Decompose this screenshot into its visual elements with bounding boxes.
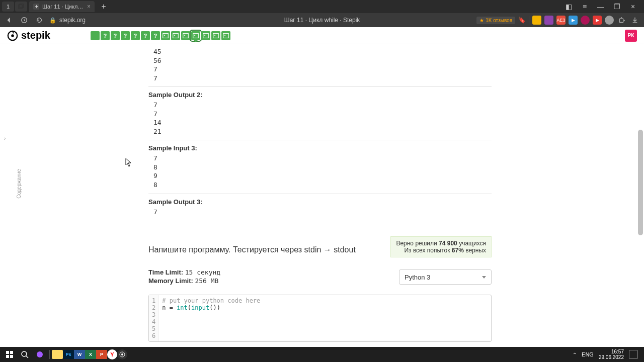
step-4-quiz[interactable] — [121, 31, 130, 40]
sample-line: 56 — [148, 56, 492, 65]
sample-input-3-label: Sample Input 3: — [148, 144, 492, 152]
url-text: stepik.org — [59, 17, 86, 24]
step-14-code[interactable] — [221, 31, 230, 40]
explorer-icon[interactable] — [52, 350, 63, 359]
keyboard-language[interactable]: ENG — [582, 351, 594, 357]
tab-windows-button[interactable] — [15, 2, 27, 12]
sample-input-2-block: 45 56 7 7 — [148, 47, 492, 87]
menu-button[interactable]: ≡ — [580, 2, 590, 12]
notifications-icon[interactable] — [629, 350, 638, 359]
browser-tab-strip: 1 ✦ Шаг 11 · Цикл while · St × + ◧ ≡ — ❐… — [0, 0, 644, 13]
tab-title: Шаг 11 · Цикл while · St — [42, 4, 84, 10]
language-select[interactable]: Python 3 — [399, 269, 492, 285]
sample-input-3-block: Sample Input 3: 7 8 9 8 — [148, 144, 492, 194]
windows-taskbar: Ps W X P Y ⌃ ENG 16:57 29.06.2022 — [0, 347, 644, 362]
extension-icon-2[interactable] — [544, 16, 553, 25]
step-5-quiz[interactable] — [131, 31, 140, 40]
extension-icon-5[interactable] — [581, 16, 590, 25]
code-editor[interactable]: 123456 # put your python code here n = i… — [148, 295, 492, 342]
extension-icon-4[interactable]: ▶ — [569, 16, 578, 25]
start-button[interactable] — [2, 348, 17, 361]
limits: Time Limit: 15 секунд Memory Limit: 256 … — [148, 268, 220, 286]
browser-tab-active[interactable]: ✦ Шаг 11 · Цикл while · St × — [29, 1, 95, 12]
svg-rect-5 — [163, 33, 169, 38]
cortana-button[interactable] — [32, 348, 47, 361]
reload-button[interactable] — [34, 15, 44, 25]
step-2-quiz[interactable] — [101, 31, 110, 40]
sample-line: 21 — [148, 127, 492, 136]
sample-line: 7 — [148, 110, 492, 119]
tab-close-icon[interactable]: × — [87, 3, 91, 10]
window-close[interactable]: × — [628, 2, 638, 12]
bookmark-icon[interactable]: 🔖 — [518, 17, 526, 24]
extension-icon-1[interactable] — [532, 16, 541, 25]
step-11-code-active[interactable] — [191, 31, 200, 40]
reviews-badge[interactable]: ★ 1K отзывов — [476, 17, 515, 24]
sample-output-3-block: Sample Output 3: 7 — [148, 198, 492, 221]
svg-point-16 — [22, 351, 27, 356]
task-header-row: Напишите программу. Тестируется через st… — [148, 245, 492, 257]
code-area[interactable]: # put your python code here n = int(inpu… — [159, 295, 263, 341]
tab-counter[interactable]: 1 — [2, 2, 14, 12]
downloads-button[interactable] — [630, 15, 640, 25]
lock-icon: 🔒 — [49, 17, 56, 24]
window-maximize[interactable]: ❐ — [612, 2, 622, 12]
photoshop-icon[interactable]: Ps — [63, 350, 74, 359]
lesson-content: 45 56 7 7 Sample Output 2: 7 7 14 21 Sam… — [148, 44, 492, 347]
time-limit: Time Limit: 15 секунд — [148, 268, 220, 276]
extension-ae-icon[interactable]: AE3 — [556, 16, 566, 25]
sample-line: 7 — [148, 74, 492, 83]
sidebar-expand-chevron[interactable]: › — [4, 136, 6, 141]
time-machine-button[interactable] — [19, 15, 29, 25]
memory-limit: Memory Limit: 256 MB — [148, 277, 220, 285]
site-header: stepik РК — [0, 27, 644, 44]
sidebar-toggle-btn[interactable]: ◧ — [564, 2, 574, 12]
svg-rect-7 — [183, 33, 189, 38]
limits-row: Time Limit: 15 секунд Memory Limit: 256 … — [148, 268, 492, 286]
svg-point-17 — [37, 351, 43, 357]
step-8-code[interactable] — [161, 31, 170, 40]
window-minimize[interactable]: — — [596, 2, 606, 12]
sample-output-2-label: Sample Output 2: — [148, 91, 492, 99]
step-13-code[interactable] — [211, 31, 220, 40]
word-icon[interactable]: W — [74, 350, 85, 359]
step-7-quiz[interactable] — [151, 31, 160, 40]
sample-line: 7 — [148, 65, 492, 74]
tab-favicon: ✦ — [33, 4, 39, 10]
step-6-quiz[interactable] — [141, 31, 150, 40]
extension-icon-7[interactable] — [605, 16, 614, 25]
search-button[interactable] — [17, 348, 32, 361]
sample-line: 8 — [148, 180, 492, 190]
step-3-quiz[interactable] — [111, 31, 120, 40]
language-value: Python 3 — [405, 274, 430, 281]
svg-rect-14 — [6, 355, 9, 358]
yandex-icon[interactable]: Y — [107, 349, 117, 359]
step-1[interactable] — [91, 31, 100, 40]
sample-line: 7 — [148, 154, 492, 163]
new-tab-button[interactable]: + — [99, 2, 109, 12]
tray-expand-icon[interactable]: ⌃ — [573, 352, 577, 357]
page-title-center: Шаг 11 · Цикл while · Stepik — [284, 17, 360, 24]
step-12-code[interactable] — [201, 31, 210, 40]
stat-attempts: Из всех попыток 67% верных — [396, 247, 486, 254]
clock[interactable]: 16:57 29.06.2022 — [599, 349, 624, 360]
step-9-code[interactable] — [171, 31, 180, 40]
scrollbar-thumb[interactable] — [638, 130, 643, 235]
stepik-logo[interactable]: stepik — [7, 30, 50, 41]
svg-rect-15 — [10, 355, 13, 358]
step-10-code[interactable] — [181, 31, 190, 40]
nav-back-button[interactable] — [4, 15, 14, 25]
svg-rect-6 — [173, 33, 179, 38]
svg-rect-10 — [213, 33, 219, 38]
sample-line: 14 — [148, 118, 492, 127]
address-bar[interactable]: 🔒 stepik.org — [49, 17, 471, 24]
scrollbar-track[interactable] — [638, 44, 643, 346]
obs-icon[interactable] — [117, 349, 127, 359]
excel-icon[interactable]: X — [85, 350, 96, 359]
stat-solved: Верно решили 74 900 учащихся — [396, 240, 486, 247]
user-avatar[interactable]: РК — [625, 30, 637, 42]
sample-line: 9 — [148, 171, 492, 180]
extensions-button[interactable] — [617, 15, 627, 25]
extension-icon-6[interactable]: ▶ — [593, 16, 602, 25]
powerpoint-icon[interactable]: P — [96, 350, 107, 359]
